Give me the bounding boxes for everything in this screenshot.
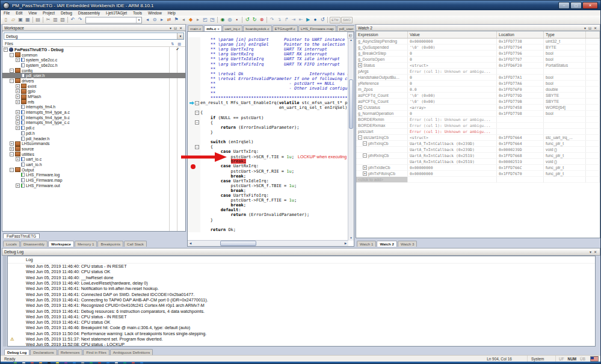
chevron-down-icon[interactable]: ▼	[136, 17, 141, 23]
expand-icon[interactable]: +	[16, 110, 20, 114]
search-combo[interactable]: ▼	[85, 17, 142, 23]
menu-i-jet-jtagjet[interactable]: I-jet/JTAGjet	[103, 11, 130, 15]
code-line[interactable]: ** - Other invalid configuration	[188, 86, 348, 91]
windows-taskbar[interactable]	[1, 362, 600, 364]
tree-item-utilities[interactable]: −utilities	[2, 152, 185, 157]
watch-row[interactable]: g_QuSuspended'\0' (0x00)0x1FFD7794BYTE	[356, 45, 600, 51]
redo-icon[interactable]: ↷	[76, 16, 84, 23]
close-button[interactable]: ✕	[582, 2, 598, 9]
code-line[interactable]: pstcUart->SCR_f.TIE = 1u; LOCKUP when ex…	[188, 154, 348, 159]
expand-icon[interactable]: +	[16, 120, 20, 125]
code-line[interactable]: − {	[188, 120, 348, 125]
tab-call-stack[interactable]: Call Stack	[124, 241, 147, 247]
vertical-scrollbar[interactable]: ▲ ▼	[348, 37, 354, 241]
watch-row[interactable]: UartA_RxIntCallback (0x2519)0x00002519vo…	[356, 159, 600, 165]
find-previous-icon[interactable]: ◂	[144, 16, 151, 23]
gutter[interactable]: −	[188, 110, 200, 115]
bookmark-icon[interactable]: ⚑	[173, 16, 180, 23]
expand-icon[interactable]: +	[358, 105, 362, 110]
code-line[interactable]: case UartTxFifoIrq:	[188, 193, 348, 198]
restart-debugger-icon[interactable]: ↺	[244, 16, 251, 23]
gutter[interactable]	[188, 72, 200, 76]
print-icon[interactable]: ▤	[34, 16, 42, 23]
tab-disassembly[interactable]: Disassembly	[20, 241, 48, 247]
tree-item-system-s6e2cc-c[interactable]: +system_s6e2cc.c	[2, 57, 185, 63]
gutter[interactable]	[188, 37, 200, 42]
horizontal-scrollbar[interactable]: ◀ ▶	[188, 240, 348, 246]
editor-tab-etgzugriff-c[interactable]: ETGzugriff.c	[273, 25, 298, 31]
code-line[interactable]	[188, 135, 348, 140]
gutter[interactable]	[188, 159, 200, 164]
open-header-icon[interactable]: ◰	[202, 16, 209, 23]
maximize-button[interactable]: ▢	[570, 2, 582, 9]
function-list-button[interactable]: f()	[347, 32, 354, 39]
close-tab-icon[interactable]: x	[217, 26, 219, 31]
watch-row[interactable]: pArgsError (col 1): Unknown or ambigu...	[356, 69, 600, 75]
gutter[interactable]	[188, 67, 200, 72]
code-line[interactable]: ** - pstcUart == NULL	[188, 81, 348, 86]
tree-item-pdl-h[interactable]: pdl.h	[2, 131, 185, 136]
gutter[interactable]	[188, 217, 200, 222]
collapse-icon[interactable]: −	[358, 135, 362, 140]
watch-row[interactable]: +pfnTxIdleCb0x000000000x1FFD766Cfunc_ptr…	[356, 165, 600, 171]
gutter[interactable]	[188, 184, 200, 188]
gutter[interactable]	[188, 86, 200, 91]
tab-find-in-files[interactable]: Find in Files	[83, 349, 109, 355]
gutter[interactable]	[188, 223, 200, 227]
scroll-left-icon[interactable]: ◀	[188, 241, 193, 246]
expand-icon[interactable]: +	[16, 94, 20, 99]
code-line[interactable]: if (NULL == pstcUart)	[188, 116, 348, 120]
save-all-icon[interactable]: ▦	[24, 16, 31, 23]
gutter[interactable]	[188, 61, 200, 66]
tab-ambiguous-definitions[interactable]: Ambiguous Definitions	[110, 349, 153, 355]
save-icon[interactable]: ▣	[17, 16, 24, 23]
code-line[interactable]: break;	[188, 203, 348, 208]
horizontal-scroll-thumb[interactable]	[220, 241, 256, 246]
gutter[interactable]: −	[188, 144, 200, 149]
undo-icon[interactable]: ↶	[69, 16, 76, 23]
expand-icon[interactable]: +	[16, 126, 20, 130]
gutter[interactable]	[188, 164, 200, 168]
menu-debug[interactable]: Debug	[58, 11, 75, 15]
tree-item-interrupts-fm4-type-b-c[interactable]: +interrupts_fm4_type_b.c	[2, 115, 185, 120]
gutter[interactable]	[188, 96, 200, 100]
scroll-down-icon[interactable]: ▼	[348, 235, 354, 241]
tree-item-lhs-firmware-out[interactable]: +LHS_Firmware.out	[2, 183, 185, 188]
gutter[interactable]	[188, 76, 200, 81]
tab-watch-1[interactable]: Watch 1	[357, 241, 376, 247]
editor-tab-boardsystick-c[interactable]: boardsystick.c	[243, 25, 271, 31]
watch-row[interactable]: asPCFTq_Count'\0' (0x00)0x1FFD779BSBYTE	[356, 99, 600, 105]
tab-declarations[interactable]: Declarations	[30, 349, 57, 355]
watch-row[interactable]: yReference00x1FFD77A6bool	[356, 81, 600, 87]
panel-menu-icon[interactable]: ▾	[588, 250, 593, 254]
download-and-debug-icon[interactable]: ◉	[219, 16, 226, 23]
break-icon[interactable]: ●	[312, 16, 319, 23]
close-panel-icon[interactable]: ✕	[593, 26, 598, 30]
expand-icon[interactable]: +	[10, 147, 14, 151]
gutter[interactable]: −	[188, 120, 200, 125]
tree-item-fwpassthruetg-debug[interactable]: −FwPassThruETG - Debug✓	[2, 47, 185, 52]
expand-icon[interactable]: +	[16, 116, 20, 120]
gutter[interactable]	[188, 198, 200, 203]
gutter[interactable]	[188, 208, 200, 212]
fold-icon[interactable]: −	[195, 145, 199, 149]
code-line[interactable]: ** \arg UartTxFifoIrq UART TX FIFO inter…	[188, 61, 348, 66]
gutter[interactable]	[188, 174, 200, 179]
reset-icon[interactable]: ↺	[319, 16, 326, 23]
prev-bookmark-icon[interactable]: ◂	[180, 16, 187, 23]
collapse-icon[interactable]: −	[4, 48, 8, 52]
tree-item-exint[interactable]: +exint	[2, 84, 185, 89]
tree-item-interrupts-fm4-type-c-c[interactable]: +interrupts_fm4_type_c.c	[2, 120, 185, 126]
panel-menu-icon[interactable]: ▾	[583, 26, 587, 30]
menu-project[interactable]: Project	[40, 11, 58, 15]
editor-body[interactable]: ** \param [in] pstcUart Pointer to UART …	[187, 31, 354, 247]
tree-item-drivers[interactable]: −drivers	[2, 78, 185, 84]
code-line[interactable]: ** \param [in] pstcUart Pointer to UART …	[188, 37, 348, 42]
expand-icon[interactable]: +	[358, 63, 362, 67]
collapse-icon[interactable]: −	[10, 69, 14, 73]
collapse-icon[interactable]: −	[363, 153, 367, 158]
tree-item-uart-io-c[interactable]: +uart_io.c	[2, 156, 185, 162]
next-statement-icon[interactable]: ⇥	[290, 16, 297, 23]
swo-button[interactable]: SWO	[341, 17, 353, 23]
gutter[interactable]	[188, 135, 200, 140]
